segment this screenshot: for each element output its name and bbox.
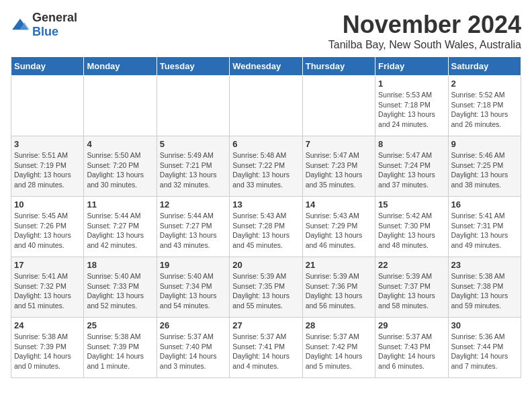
calendar-cell: 25Sunrise: 5:38 AM Sunset: 7:39 PM Dayli… xyxy=(84,318,157,378)
location-title: Tanilba Bay, New South Wales, Australia xyxy=(328,39,521,51)
calendar-cell: 22Sunrise: 5:39 AM Sunset: 7:37 PM Dayli… xyxy=(375,257,448,318)
calendar-cell: 10Sunrise: 5:45 AM Sunset: 7:26 PM Dayli… xyxy=(11,197,84,257)
calendar-cell: 1Sunrise: 5:53 AM Sunset: 7:18 PM Daylig… xyxy=(375,76,448,136)
day-number: 10 xyxy=(14,199,81,210)
day-number: 6 xyxy=(232,139,299,149)
day-number: 17 xyxy=(14,260,81,270)
calendar-table: SundayMondayTuesdayWednesdayThursdayFrid… xyxy=(11,56,521,378)
day-detail: Sunrise: 5:53 AM Sunset: 7:18 PM Dayligh… xyxy=(378,90,445,130)
calendar-cell xyxy=(230,76,302,136)
day-number: 22 xyxy=(378,260,445,270)
calendar-cell: 15Sunrise: 5:42 AM Sunset: 7:30 PM Dayli… xyxy=(375,197,448,257)
day-number: 2 xyxy=(451,79,518,89)
day-detail: Sunrise: 5:40 AM Sunset: 7:33 PM Dayligh… xyxy=(87,271,153,311)
day-number: 29 xyxy=(378,320,445,330)
day-number: 21 xyxy=(306,260,372,270)
column-header-thursday: Thursday xyxy=(302,57,375,76)
day-number: 19 xyxy=(160,260,226,270)
day-detail: Sunrise: 5:44 AM Sunset: 7:27 PM Dayligh… xyxy=(87,211,153,250)
day-number: 30 xyxy=(451,320,518,330)
calendar-cell: 28Sunrise: 5:37 AM Sunset: 7:42 PM Dayli… xyxy=(302,318,375,378)
week-row-4: 17Sunrise: 5:41 AM Sunset: 7:32 PM Dayli… xyxy=(11,257,521,318)
logo-icon xyxy=(11,17,30,32)
calendar-cell: 8Sunrise: 5:47 AM Sunset: 7:24 PM Daylig… xyxy=(375,136,448,197)
day-number: 15 xyxy=(378,199,445,210)
day-detail: Sunrise: 5:43 AM Sunset: 7:28 PM Dayligh… xyxy=(232,211,299,250)
calendar-cell: 27Sunrise: 5:37 AM Sunset: 7:41 PM Dayli… xyxy=(230,318,302,378)
day-detail: Sunrise: 5:46 AM Sunset: 7:25 PM Dayligh… xyxy=(451,150,518,190)
day-number: 12 xyxy=(160,199,226,210)
day-number: 5 xyxy=(160,139,226,149)
calendar-header-row: SundayMondayTuesdayWednesdayThursdayFrid… xyxy=(11,57,521,76)
day-detail: Sunrise: 5:41 AM Sunset: 7:32 PM Dayligh… xyxy=(14,271,81,311)
day-number: 13 xyxy=(232,199,299,210)
day-detail: Sunrise: 5:38 AM Sunset: 7:39 PM Dayligh… xyxy=(14,332,81,371)
column-header-tuesday: Tuesday xyxy=(157,57,229,76)
calendar-cell: 2Sunrise: 5:52 AM Sunset: 7:18 PM Daylig… xyxy=(448,76,521,136)
calendar-cell: 3Sunrise: 5:51 AM Sunset: 7:19 PM Daylig… xyxy=(11,136,84,197)
column-header-wednesday: Wednesday xyxy=(230,57,302,76)
day-number: 14 xyxy=(306,199,372,210)
day-number: 9 xyxy=(451,139,518,149)
calendar-cell: 7Sunrise: 5:47 AM Sunset: 7:23 PM Daylig… xyxy=(302,136,375,197)
day-detail: Sunrise: 5:38 AM Sunset: 7:38 PM Dayligh… xyxy=(451,271,518,311)
month-title: November 2024 xyxy=(328,11,521,39)
day-number: 16 xyxy=(451,199,518,210)
calendar-cell xyxy=(84,76,157,136)
week-row-3: 10Sunrise: 5:45 AM Sunset: 7:26 PM Dayli… xyxy=(11,197,521,257)
day-detail: Sunrise: 5:43 AM Sunset: 7:29 PM Dayligh… xyxy=(306,211,372,250)
day-detail: Sunrise: 5:42 AM Sunset: 7:30 PM Dayligh… xyxy=(378,211,445,250)
day-number: 8 xyxy=(378,139,445,149)
day-detail: Sunrise: 5:49 AM Sunset: 7:21 PM Dayligh… xyxy=(160,150,226,190)
calendar-cell: 20Sunrise: 5:39 AM Sunset: 7:35 PM Dayli… xyxy=(230,257,302,318)
day-number: 28 xyxy=(306,320,372,330)
calendar-cell xyxy=(157,76,229,136)
calendar-cell: 9Sunrise: 5:46 AM Sunset: 7:25 PM Daylig… xyxy=(448,136,521,197)
day-detail: Sunrise: 5:39 AM Sunset: 7:35 PM Dayligh… xyxy=(232,271,299,311)
column-header-friday: Friday xyxy=(375,57,448,76)
day-detail: Sunrise: 5:38 AM Sunset: 7:39 PM Dayligh… xyxy=(87,332,153,371)
column-header-saturday: Saturday xyxy=(448,57,521,76)
calendar-cell xyxy=(302,76,375,136)
header: General Blue November 2024 Tanilba Bay, … xyxy=(11,11,521,51)
day-number: 11 xyxy=(87,199,153,210)
day-detail: Sunrise: 5:45 AM Sunset: 7:26 PM Dayligh… xyxy=(14,211,81,250)
calendar-cell: 26Sunrise: 5:37 AM Sunset: 7:40 PM Dayli… xyxy=(157,318,229,378)
calendar-cell: 13Sunrise: 5:43 AM Sunset: 7:28 PM Dayli… xyxy=(230,197,302,257)
calendar-cell: 21Sunrise: 5:39 AM Sunset: 7:36 PM Dayli… xyxy=(302,257,375,318)
calendar-cell: 4Sunrise: 5:50 AM Sunset: 7:20 PM Daylig… xyxy=(84,136,157,197)
day-number: 23 xyxy=(451,260,518,270)
calendar-cell: 14Sunrise: 5:43 AM Sunset: 7:29 PM Dayli… xyxy=(302,197,375,257)
calendar-cell xyxy=(11,76,84,136)
calendar-cell: 6Sunrise: 5:48 AM Sunset: 7:22 PM Daylig… xyxy=(230,136,302,197)
logo-general: General xyxy=(32,11,77,24)
day-detail: Sunrise: 5:50 AM Sunset: 7:20 PM Dayligh… xyxy=(87,150,153,190)
calendar-cell: 12Sunrise: 5:44 AM Sunset: 7:27 PM Dayli… xyxy=(157,197,229,257)
day-number: 3 xyxy=(14,139,81,149)
day-detail: Sunrise: 5:41 AM Sunset: 7:31 PM Dayligh… xyxy=(451,211,518,250)
day-number: 4 xyxy=(87,139,153,149)
day-detail: Sunrise: 5:47 AM Sunset: 7:24 PM Dayligh… xyxy=(378,150,445,190)
day-detail: Sunrise: 5:47 AM Sunset: 7:23 PM Dayligh… xyxy=(306,150,372,190)
day-number: 20 xyxy=(232,260,299,270)
day-detail: Sunrise: 5:51 AM Sunset: 7:19 PM Dayligh… xyxy=(14,150,81,190)
calendar-cell: 19Sunrise: 5:40 AM Sunset: 7:34 PM Dayli… xyxy=(157,257,229,318)
day-detail: Sunrise: 5:39 AM Sunset: 7:37 PM Dayligh… xyxy=(378,271,445,311)
day-detail: Sunrise: 5:37 AM Sunset: 7:41 PM Dayligh… xyxy=(232,332,299,371)
calendar-cell: 17Sunrise: 5:41 AM Sunset: 7:32 PM Dayli… xyxy=(11,257,84,318)
day-number: 27 xyxy=(232,320,299,330)
day-detail: Sunrise: 5:36 AM Sunset: 7:44 PM Dayligh… xyxy=(451,332,518,371)
calendar-cell: 16Sunrise: 5:41 AM Sunset: 7:31 PM Dayli… xyxy=(448,197,521,257)
calendar-cell: 30Sunrise: 5:36 AM Sunset: 7:44 PM Dayli… xyxy=(448,318,521,378)
calendar-cell: 29Sunrise: 5:37 AM Sunset: 7:43 PM Dayli… xyxy=(375,318,448,378)
calendar-cell: 11Sunrise: 5:44 AM Sunset: 7:27 PM Dayli… xyxy=(84,197,157,257)
week-row-2: 3Sunrise: 5:51 AM Sunset: 7:19 PM Daylig… xyxy=(11,136,521,197)
column-header-monday: Monday xyxy=(84,57,157,76)
day-number: 7 xyxy=(306,139,372,149)
day-number: 1 xyxy=(378,79,445,89)
day-detail: Sunrise: 5:44 AM Sunset: 7:27 PM Dayligh… xyxy=(160,211,226,250)
calendar-cell: 23Sunrise: 5:38 AM Sunset: 7:38 PM Dayli… xyxy=(448,257,521,318)
day-number: 26 xyxy=(160,320,226,330)
calendar-cell: 5Sunrise: 5:49 AM Sunset: 7:21 PM Daylig… xyxy=(157,136,229,197)
calendar-cell: 18Sunrise: 5:40 AM Sunset: 7:33 PM Dayli… xyxy=(84,257,157,318)
